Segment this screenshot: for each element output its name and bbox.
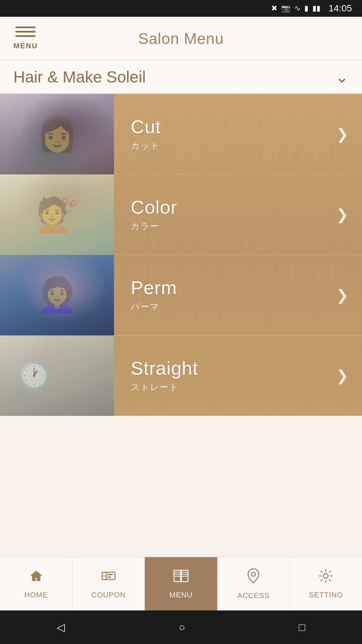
svg-point-13 [251, 572, 255, 576]
nav-coupon-label: COUPON [92, 591, 126, 599]
vibrate-icon: 📷 [281, 4, 290, 13]
chevron-right-icon: ❯ [336, 206, 349, 223]
nav-access-label: ACCESS [237, 591, 269, 600]
menu-image-color [0, 174, 114, 255]
menu-name-jp-cut: カット [131, 140, 161, 152]
menu-text-straight: Straightストレート [131, 358, 198, 393]
access-pin-icon [247, 568, 260, 588]
battery-icon: ▮▮ [312, 4, 320, 13]
menu-bar-3 [15, 35, 36, 37]
nav-item-access[interactable]: ACCESS [218, 557, 290, 610]
menu-item-cut[interactable]: Cutカット❯ [0, 94, 362, 174]
menu-item-perm[interactable]: Permパーマ❯ [0, 255, 362, 335]
menu-text-cut: Cutカット [131, 116, 161, 152]
menu-content-cut: Cutカット❯ [114, 94, 362, 174]
salon-name: Hair & Make Soleil [13, 68, 146, 86]
chevron-right-icon: ❯ [336, 286, 349, 304]
menu-image-perm [0, 255, 114, 335]
chevron-right-icon: ❯ [336, 367, 349, 384]
menu-name-en-straight: Straight [131, 358, 198, 379]
bluetooth-icon: ✖ [271, 4, 277, 13]
bottom-navigation: HOME COUPON [0, 557, 362, 610]
home-icon [28, 568, 44, 587]
nav-menu-label: MENU [170, 591, 193, 599]
header: MENU Salon Menu [0, 17, 362, 60]
svg-rect-3 [108, 574, 113, 575]
status-bar: ✖ 📷 ∿ ▮ ▮▮ 14:05 [0, 0, 362, 17]
menu-name-en-cut: Cut [131, 116, 161, 137]
menu-name-jp-straight: ストレート [131, 381, 198, 393]
menu-content-perm: Permパーマ❯ [114, 255, 362, 335]
status-icons: ✖ 📷 ∿ ▮ ▮▮ [271, 4, 320, 13]
wifi-icon: ∿ [294, 4, 300, 13]
menu-text-perm: Permパーマ [131, 277, 177, 313]
status-time: 14:05 [328, 3, 352, 14]
nav-home-label: HOME [24, 591, 48, 599]
setting-gear-icon [318, 568, 334, 587]
menu-item-color[interactable]: Colorカラー❯ [0, 174, 362, 255]
menu-item-straight[interactable]: Straightストレート❯ [0, 335, 362, 416]
nav-item-home[interactable]: HOME [0, 557, 72, 610]
menu-text-color: Colorカラー [131, 197, 177, 232]
page-title: Salon Menu [138, 30, 224, 48]
menu-bar-2 [15, 31, 36, 33]
chevron-down-icon[interactable]: ⌄ [335, 67, 349, 86]
menu-image-cut [0, 94, 114, 174]
menu-name-jp-perm: パーマ [131, 301, 177, 313]
menu-name-en-perm: Perm [131, 277, 177, 298]
nav-item-coupon[interactable]: COUPON [72, 557, 145, 610]
menu-content-straight: Straightストレート❯ [114, 335, 362, 416]
android-nav-bar: ◁ ○ □ [0, 610, 362, 644]
menu-image-straight [0, 335, 114, 416]
menu-name-jp-color: カラー [131, 220, 177, 232]
menu-button-label: MENU [13, 42, 38, 50]
menu-grid: Cutカット❯Colorカラー❯Permパーマ❯Straightストレート❯ [0, 94, 362, 416]
menu-name-en-color: Color [131, 197, 177, 218]
nav-item-setting[interactable]: SETTING [290, 557, 362, 610]
recent-button[interactable]: □ [299, 621, 305, 634]
hamburger-menu-button[interactable]: MENU [13, 26, 38, 50]
svg-point-14 [323, 574, 328, 578]
svg-rect-4 [108, 577, 111, 578]
salon-selector-bar[interactable]: Hair & Make Soleil ⌄ [0, 60, 362, 94]
home-button[interactable]: ○ [179, 621, 185, 634]
menu-bar-1 [15, 26, 36, 28]
nav-setting-label: SETTING [309, 591, 343, 599]
coupon-icon [101, 568, 116, 587]
chevron-right-icon: ❯ [336, 125, 349, 143]
sim-icon: ▮ [304, 4, 308, 13]
back-button[interactable]: ◁ [57, 621, 65, 634]
menu-content-color: Colorカラー❯ [114, 174, 362, 255]
nav-item-menu[interactable]: MENU [145, 557, 217, 610]
menu-book-icon [173, 568, 189, 587]
